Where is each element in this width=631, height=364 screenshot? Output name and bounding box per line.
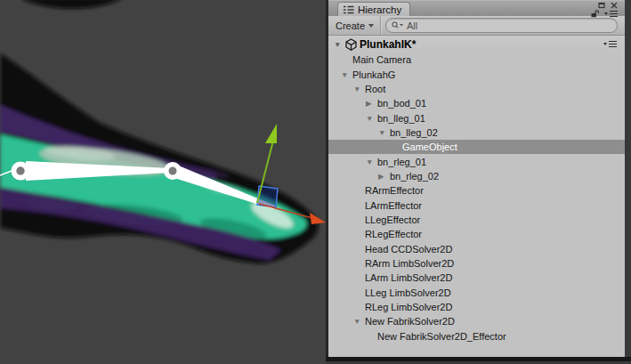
tree-item-label: bn_rleg_01	[377, 157, 426, 167]
menu-lines	[610, 11, 618, 17]
tab-hierarchy[interactable]: Hierarchy	[337, 2, 410, 16]
tree-item-label: RArmEffector	[365, 185, 424, 196]
chevron-down-icon	[368, 24, 374, 28]
joint-2-center	[169, 167, 177, 175]
tree-item-bn-lleg-01[interactable]: ▼ bn_lleg_01	[328, 110, 625, 125]
hierarchy-panel: Hierarchy	[328, 0, 625, 357]
scene-name: PlunkahIK*	[360, 38, 416, 51]
scene-header[interactable]: ▼ PlunkahIK*	[328, 36, 625, 53]
tree-item-label: LLeg LimbSolver2D	[365, 287, 451, 298]
tree-item-rleg-limbsolver2d[interactable]: RLeg LimbSolver2D	[328, 300, 625, 314]
tree-item-larmeffector[interactable]: LArmEffector	[328, 198, 625, 212]
tree-item-plunkahg[interactable]: ▼ PlunkahG	[328, 67, 625, 81]
create-button-label: Create	[336, 20, 365, 31]
hierarchy-list-icon	[344, 5, 354, 14]
tree-item-label: GameObject	[402, 142, 457, 152]
tree-item-label: LArm LimbSolver2D	[365, 272, 452, 283]
restore-icon[interactable]	[598, 2, 605, 9]
tree-item-rarmeffector[interactable]: RArmEffector	[328, 183, 625, 198]
tree-item-label: RLegEffector	[365, 229, 422, 239]
tree-item-label: Head CCDSolver2D	[365, 244, 452, 255]
foldout-icon[interactable]: ▶	[366, 99, 377, 108]
tree-item-bn-lleg-02[interactable]: ▼ bn_lleg_02	[328, 125, 625, 140]
foldout-icon[interactable]: ▼	[353, 317, 365, 326]
menu-caret	[604, 12, 608, 15]
tree-item-label: New FabrikSolver2D	[365, 316, 455, 327]
tree-item-larm-limbsolver2d[interactable]: LArm LimbSolver2D	[328, 271, 625, 285]
foldout-icon[interactable]: ▼	[366, 114, 377, 123]
tree-item-label: bn_rleg_02	[390, 171, 439, 182]
create-button[interactable]: Create	[328, 16, 380, 35]
hierarchy-toolbar: Create	[328, 16, 625, 36]
tree-item-bn-rleg-01[interactable]: ▼ bn_rleg_01	[328, 154, 625, 168]
tree-item-label: LLegEffector	[365, 214, 420, 225]
close-icon[interactable]	[611, 2, 618, 9]
tree-item-label: bn_bod_01	[377, 98, 426, 109]
tree-item-root[interactable]: ▼ Root	[328, 82, 625, 96]
tree-item-label: Main Camera	[352, 54, 411, 65]
tree-item-llegeffector[interactable]: LLegEffector	[328, 213, 625, 227]
tree-item-new-fabriksolver2d-effector[interactable]: New FabrikSolver2D_Effector	[328, 329, 625, 344]
foldout-icon[interactable]: ▶	[378, 172, 390, 181]
search-icon[interactable]	[392, 21, 404, 29]
tree-item-label: bn_lleg_02	[390, 127, 438, 138]
search-input[interactable]	[407, 20, 611, 31]
foldout-icon[interactable]: ▼	[341, 70, 352, 79]
tree-item-label: LArmEffector	[365, 200, 422, 211]
tree-item-bn-rleg-02[interactable]: ▶ bn_rleg_02	[328, 169, 625, 183]
tree-item-label: RArm LimbSolver2D	[365, 258, 454, 269]
tree-item-rlegeffector[interactable]: RLegEffector	[328, 227, 625, 241]
panel-tab-bar: Hierarchy	[328, 0, 625, 16]
pane-menu-icon[interactable]	[604, 11, 618, 17]
tree-item-bn-bod-01[interactable]: ▶ bn_bod_01	[328, 96, 625, 110]
tree-item-head-ccdsolver2d[interactable]: Head CCDSolver2D	[328, 241, 625, 255]
foldout-icon[interactable]: ▼	[353, 85, 365, 93]
tree-item-label: RLeg LimbSolver2D	[365, 302, 452, 312]
hierarchy-tree: Main Camera ▼ PlunkahG ▼ Root ▶ bn_bod_0…	[328, 53, 625, 357]
joint-1-center	[16, 166, 24, 174]
tree-item-new-fabriksolver2d[interactable]: ▼ New FabrikSolver2D	[328, 314, 625, 328]
foldout-icon[interactable]: ▼	[378, 128, 390, 137]
tree-item-label: Root	[365, 84, 385, 94]
foldout-icon[interactable]: ▼	[366, 158, 377, 166]
window-buttons	[591, 2, 618, 18]
tree-item-main-camera[interactable]: Main Camera	[328, 53, 625, 67]
menu-caret	[603, 43, 607, 45]
tab-label: Hierarchy	[358, 4, 401, 15]
search-field[interactable]	[385, 18, 618, 33]
tree-item-gameobject[interactable]: GameObject	[328, 140, 625, 154]
tree-item-lleg-limbsolver2d[interactable]: LLeg LimbSolver2D	[328, 286, 625, 300]
lock-icon[interactable]	[591, 10, 599, 18]
unity-cube-icon	[345, 38, 357, 51]
scene-foldout-icon[interactable]: ▼	[334, 40, 345, 49]
tree-item-label: New FabrikSolver2D_Effector	[377, 331, 506, 342]
tree-item-label: PlunkahG	[352, 69, 395, 80]
tree-item-rarm-limbsolver2d[interactable]: RArm LimbSolver2D	[328, 256, 625, 271]
scene-menu-icon[interactable]	[603, 41, 617, 47]
tree-item-label: bn_lleg_01	[377, 113, 425, 124]
toolbar-separator	[380, 16, 381, 35]
panel-right-border	[625, 0, 631, 357]
menu-lines	[609, 41, 617, 47]
